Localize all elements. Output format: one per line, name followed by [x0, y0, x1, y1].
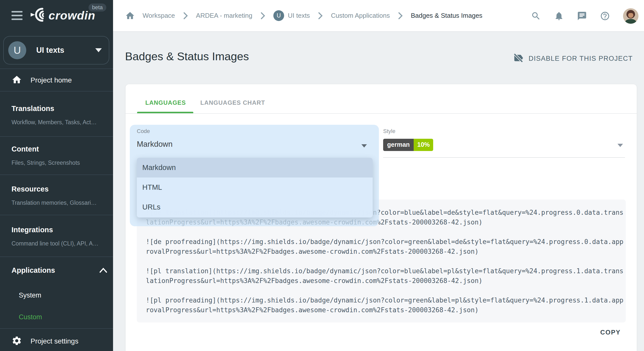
sidebar-item-custom[interactable]: Custom: [19, 313, 42, 321]
divider: [0, 256, 113, 257]
dropdown-option-urls[interactable]: URLs: [137, 197, 373, 217]
section-title: Integrations: [12, 226, 107, 234]
section-subtitle: Translation memories, Glossari…: [12, 200, 107, 206]
page-title: Badges & Status Images: [125, 50, 249, 63]
home-icon[interactable]: [125, 11, 135, 21]
sidebar-item-integrations[interactable]: Integrations Command line tool (CLI), AP…: [12, 226, 107, 247]
notifications-bell-icon[interactable]: [554, 11, 564, 21]
snippet-line: ![pl proofreading](https://img.shields.i…: [146, 296, 623, 304]
snippet-line: lationProgress&url=https%3A%2F%2Fbadges.…: [146, 277, 482, 284]
project-selector[interactable]: U UI texts: [3, 36, 109, 64]
section-title: Content: [12, 145, 107, 153]
style-select[interactable]: german 10%: [383, 138, 625, 152]
sidebar-item-content[interactable]: Content Files, Strings, Screenshots: [12, 145, 107, 166]
sidebar-item-project-home[interactable]: Project home: [0, 72, 113, 89]
snippet-pl-translation: ![pl translation](https://img.shields.io…: [146, 266, 617, 286]
divider: [0, 174, 113, 175]
breadcrumb-item-custom-applications[interactable]: Custom Applications: [331, 12, 390, 20]
select-underline: [383, 157, 625, 158]
breadcrumb: Workspace ARDEA - marketing U UI texts C…: [125, 10, 482, 21]
chevron-right-icon: [260, 12, 266, 20]
topbar: Workspace ARDEA - marketing U UI texts C…: [113, 0, 644, 32]
divider: [0, 68, 113, 69]
user-avatar[interactable]: [623, 8, 638, 24]
sidebar: crowdin beta U UI texts Project home Tra…: [0, 0, 113, 351]
search-icon[interactable]: [531, 11, 541, 21]
chevron-down-icon: [95, 48, 102, 52]
sidebar-item-resources[interactable]: Resources Translation memories, Glossari…: [12, 185, 107, 206]
project-avatar: U: [8, 41, 26, 59]
help-icon[interactable]: [600, 11, 610, 21]
chat-icon[interactable]: [577, 11, 587, 21]
sidebar-item-applications[interactable]: Applications: [12, 266, 107, 274]
sidebar-item-label: Project settings: [31, 337, 78, 345]
badge-progress-value: 10%: [414, 139, 433, 151]
breadcrumb-item-project[interactable]: UI texts: [288, 12, 310, 20]
sidebar-item-system[interactable]: System: [19, 292, 41, 299]
project-name: UI texts: [36, 46, 95, 55]
snippet-line: ![de proofreading](https://img.shields.i…: [146, 238, 623, 246]
breadcrumb-item-project-group[interactable]: ARDEA - marketing: [196, 12, 252, 20]
section-title: Applications: [12, 266, 107, 274]
topbar-actions: [531, 0, 638, 32]
snippet-line: ![pl translation](https://img.shields.io…: [146, 267, 623, 275]
sidebar-item-project-settings[interactable]: Project settings: [0, 332, 113, 350]
badge-language-label: german: [383, 139, 414, 151]
snippet-de-proofreading: ![de proofreading](https://img.shields.i…: [146, 237, 617, 256]
crowdin-logo[interactable]: crowdin: [30, 8, 95, 23]
divider: [126, 113, 637, 114]
snippet-line: rovalProgress&url=https%3A%2F%2Fbadges.a…: [146, 306, 479, 314]
code-select-label: Code: [137, 128, 150, 134]
gear-icon: [12, 336, 22, 347]
divider: [0, 328, 113, 329]
sidebar-item-label: Project home: [31, 76, 72, 84]
code-select-dropdown: Markdown HTML URLs: [137, 158, 373, 218]
disable-button-label: DISABLE FOR THIS PROJECT: [528, 55, 633, 62]
divider: [0, 215, 113, 215]
section-subtitle: Command line tool (CLI), API, A…: [12, 240, 107, 247]
chevron-right-icon: [397, 12, 403, 20]
section-subtitle: Workflow, Members, Tasks, Act…: [12, 119, 107, 126]
crowdin-logo-text: crowdin: [49, 8, 95, 22]
chevron-right-icon: [183, 12, 189, 20]
home-icon: [12, 74, 22, 86]
divider: [0, 136, 113, 137]
section-title: Resources: [12, 185, 107, 193]
beta-badge: beta: [89, 4, 106, 12]
dropdown-option-html[interactable]: HTML: [137, 178, 373, 197]
chevron-down-icon: [617, 144, 623, 147]
dropdown-option-markdown[interactable]: Markdown: [137, 158, 373, 178]
tab-languages[interactable]: LANGUAGES: [145, 99, 186, 106]
disable-for-project-button[interactable]: DISABLE FOR THIS PROJECT: [513, 52, 633, 64]
snippet-line: rovalProgress&url=https%3A%2F%2Fbadges.a…: [146, 248, 479, 255]
tab-languages-chart[interactable]: LANGUAGES CHART: [200, 99, 265, 106]
chevron-right-icon: [317, 12, 323, 20]
snippet-pl-proofreading: ![pl proofreading](https://img.shields.i…: [146, 296, 617, 315]
chevron-down-icon: [361, 144, 367, 148]
section-title: Translations: [12, 104, 107, 113]
menu-icon[interactable]: [12, 11, 23, 21]
chevron-up-icon[interactable]: [99, 267, 108, 274]
style-select-label: Style: [383, 128, 395, 134]
app-window: crowdin beta U UI texts Project home Tra…: [0, 0, 644, 351]
copy-button[interactable]: COPY: [600, 328, 621, 336]
label-off-icon: [513, 52, 524, 64]
code-select-value: Markdown: [137, 140, 173, 149]
section-subtitle: Files, Strings, Screenshots: [12, 160, 107, 166]
breadcrumb-project-avatar: U: [273, 10, 284, 21]
crowdin-logo-icon: [30, 8, 47, 23]
breadcrumb-item-workspace[interactable]: Workspace: [143, 12, 175, 20]
sidebar-item-translations[interactable]: Translations Workflow, Members, Tasks, A…: [12, 104, 107, 126]
style-badge-preview: german 10%: [383, 139, 433, 151]
breadcrumb-item-current: Badges & Status Images: [411, 12, 482, 20]
divider: [0, 91, 113, 92]
